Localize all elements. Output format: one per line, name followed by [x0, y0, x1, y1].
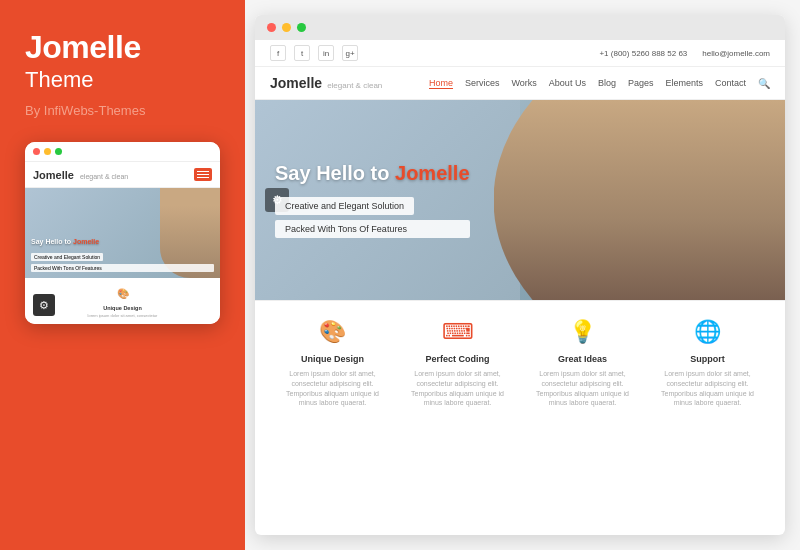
nav-services[interactable]: Services: [465, 78, 500, 88]
nav-contact[interactable]: Contact: [715, 78, 746, 88]
support-icon: 🌐: [694, 319, 721, 345]
mobile-hero-badge1: Creative and Elegant Solution: [31, 253, 103, 261]
mobile-hero-overlay: Say Hello to Jomelle Creative and Elegan…: [25, 232, 220, 278]
phone-number: +1 (800) 5260 888 52 63: [599, 49, 687, 58]
search-icon[interactable]: 🔍: [758, 78, 770, 89]
hero-person-image: [494, 100, 786, 300]
feature-support-text: Lorem ipsum dolor sit amet, consectetur …: [658, 369, 758, 408]
feature-unique-design-title: Unique Design: [301, 354, 364, 364]
right-panel: f t in g+ +1 (800) 5260 888 52 63 hello@…: [245, 0, 800, 550]
feature-unique-design-text: Lorem ipsum dolor sit amet, consectetur …: [283, 369, 383, 408]
mobile-dot-red: [33, 148, 40, 155]
nav-pages[interactable]: Pages: [628, 78, 654, 88]
site-contact: +1 (800) 5260 888 52 63 hello@jomelle.co…: [599, 49, 770, 58]
browser-dot-yellow: [282, 23, 291, 32]
brand-title: Jomelle: [25, 30, 141, 65]
feature-perfect-coding-text: Lorem ipsum dolor sit amet, consectetur …: [408, 369, 508, 408]
mobile-feature-text: lorem ipsum dolor sit amet, consectetur: [88, 313, 158, 318]
perfect-coding-icon: ⌨: [442, 319, 474, 345]
mobile-hero-badge2: Packed With Tons Of Features: [31, 264, 214, 272]
site-logo: Jomelle elegant & clean: [270, 75, 382, 91]
feature-unique-design: 🎨 Unique Design Lorem ipsum dolor sit am…: [283, 319, 383, 408]
mobile-hamburger[interactable]: [194, 168, 212, 181]
mobile-logo: Jomelle: [33, 169, 74, 181]
site-topbar: f t in g+ +1 (800) 5260 888 52 63 hello@…: [255, 40, 785, 67]
feature-support-title: Support: [690, 354, 725, 364]
browser-mockup: f t in g+ +1 (800) 5260 888 52 63 hello@…: [255, 15, 785, 535]
site-logo-tagline: elegant & clean: [327, 81, 382, 90]
twitter-icon[interactable]: t: [294, 45, 310, 61]
hero-badge-1: Creative and Elegant Solution: [275, 197, 414, 215]
mobile-unique-design-icon: 🎨: [117, 288, 129, 299]
nav-home[interactable]: Home: [429, 78, 453, 89]
mobile-feature-icon-row: 🎨: [117, 284, 129, 303]
mobile-header: Jomelle elegant & clean: [25, 162, 220, 188]
hero-badge-2: Packed With Tons Of Features: [275, 220, 470, 238]
email-address: hello@jomelle.com: [702, 49, 770, 58]
left-panel: Jomelle Theme By InfiWebs-Themes Jomelle…: [0, 0, 245, 550]
site-menu: Home Services Works About Us Blog Pages …: [429, 78, 770, 89]
feature-support: 🌐 Support Lorem ipsum dolor sit amet, co…: [658, 319, 758, 408]
mobile-hero-span: Jomelle: [73, 238, 99, 245]
mobile-feature-label: Unique Design: [103, 305, 142, 311]
mobile-gear-icon[interactable]: ⚙: [33, 294, 55, 316]
unique-design-icon: 🎨: [319, 319, 346, 345]
linkedin-icon[interactable]: in: [318, 45, 334, 61]
site-logo-name: Jomelle: [270, 75, 322, 91]
facebook-icon[interactable]: f: [270, 45, 286, 61]
nav-works[interactable]: Works: [512, 78, 537, 88]
site-hero: ⚙ Say Hello to Jomelle Creative and Eleg…: [255, 100, 785, 300]
mobile-hero: Say Hello to Jomelle Creative and Elegan…: [25, 188, 220, 278]
mobile-hero-title: Say Hello to Jomelle: [31, 238, 214, 245]
nav-blog[interactable]: Blog: [598, 78, 616, 88]
brand-by: By InfiWebs-Themes: [25, 103, 145, 118]
great-ideas-icon: 💡: [569, 319, 596, 345]
feature-perfect-coding-title: Perfect Coding: [425, 354, 489, 364]
feature-great-ideas-title: Great Ideas: [558, 354, 607, 364]
mobile-mockup: Jomelle elegant & clean Say Hello to Jom…: [25, 142, 220, 324]
brand-subtitle: Theme: [25, 67, 93, 93]
site-nav: Jomelle elegant & clean Home Services Wo…: [255, 67, 785, 100]
nav-elements[interactable]: Elements: [665, 78, 703, 88]
feature-great-ideas: 💡 Great Ideas Lorem ipsum dolor sit amet…: [533, 319, 633, 408]
googleplus-icon[interactable]: g+: [342, 45, 358, 61]
browser-dot-red: [267, 23, 276, 32]
mobile-dot-green: [55, 148, 62, 155]
mobile-tagline: elegant & clean: [80, 173, 128, 180]
site-features: 🎨 Unique Design Lorem ipsum dolor sit am…: [255, 300, 785, 426]
social-icons: f t in g+: [270, 45, 358, 61]
hero-brand-name: Jomelle: [395, 162, 469, 184]
feature-great-ideas-text: Lorem ipsum dolor sit amet, consectetur …: [533, 369, 633, 408]
mobile-top-bar: [25, 142, 220, 162]
hero-title: Say Hello to Jomelle: [275, 162, 470, 185]
browser-dot-green: [297, 23, 306, 32]
mobile-dot-yellow: [44, 148, 51, 155]
hero-content: Say Hello to Jomelle Creative and Elegan…: [275, 162, 470, 238]
browser-chrome: [255, 15, 785, 40]
mobile-dots: [33, 148, 62, 155]
feature-perfect-coding: ⌨ Perfect Coding Lorem ipsum dolor sit a…: [408, 319, 508, 408]
nav-about[interactable]: About Us: [549, 78, 586, 88]
